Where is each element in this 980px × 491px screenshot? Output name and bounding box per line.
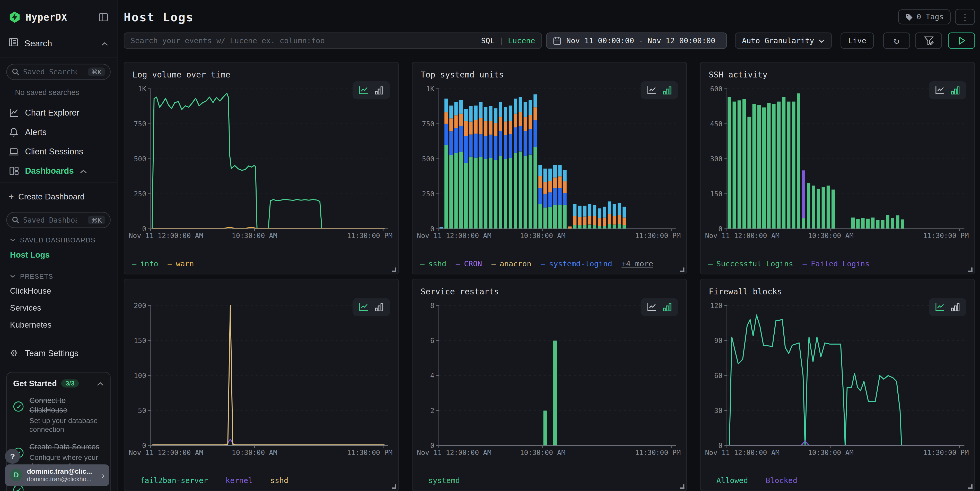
date-range-picker[interactable]: Nov 11 00:00:00 - Nov 12 00:00:00 bbox=[546, 32, 727, 49]
sidebar-item-client-sessions[interactable]: Client Sessions bbox=[0, 142, 117, 161]
plot-area[interactable]: 6004503001500Nov 11 12:00:00 AM10:30:00 … bbox=[705, 85, 969, 241]
create-dashboard-button[interactable]: + Create Dashboard bbox=[0, 187, 117, 206]
legend-item[interactable]: —Blocked bbox=[757, 476, 797, 485]
sidebar-item-alerts[interactable]: Alerts bbox=[0, 122, 117, 142]
lucene-toggle[interactable]: Lucene bbox=[508, 36, 535, 45]
svg-text:10:30:00 AM: 10:30:00 AM bbox=[232, 448, 277, 456]
saved-dashboards-group-header[interactable]: SAVED DASHBOARDS bbox=[0, 230, 117, 246]
sql-toggle[interactable]: SQL bbox=[481, 36, 495, 45]
svg-text:Nov 11 12:00:00 AM: Nov 11 12:00:00 AM bbox=[705, 448, 779, 456]
svg-text:1K: 1K bbox=[426, 85, 434, 93]
line-chart-toggle[interactable] bbox=[647, 86, 657, 95]
resize-handle[interactable] bbox=[680, 267, 684, 272]
legend-item[interactable]: —info bbox=[132, 259, 158, 268]
tags-button[interactable]: 0 Tags bbox=[898, 9, 951, 24]
plot-area[interactable]: 1209060300Nov 11 12:00:00 AM10:30:00 AM1… bbox=[705, 302, 969, 458]
legend-item[interactable]: —sshd bbox=[420, 259, 446, 268]
bar-chart-toggle[interactable] bbox=[662, 86, 672, 95]
chevron-up-icon[interactable] bbox=[97, 379, 104, 388]
resize-handle[interactable] bbox=[392, 484, 396, 489]
legend-item[interactable]: —systemd-logind bbox=[541, 259, 612, 268]
chart-line-icon bbox=[9, 108, 19, 118]
sidebar-item-host-logs[interactable]: Host Logs bbox=[0, 246, 117, 263]
sidebar-item-team-settings[interactable]: ⚙ Team Settings bbox=[0, 343, 117, 363]
filter-button[interactable] bbox=[915, 32, 942, 49]
svg-text:1K: 1K bbox=[138, 85, 146, 93]
svg-text:100: 100 bbox=[134, 372, 146, 380]
chevron-down-icon bbox=[10, 238, 16, 242]
sidebar-item-search[interactable]: Search bbox=[0, 29, 117, 57]
saved-dashboards-field[interactable] bbox=[23, 216, 77, 224]
svg-text:250: 250 bbox=[422, 190, 434, 198]
line-chart-toggle[interactable] bbox=[359, 302, 369, 311]
legend-item[interactable]: —warn bbox=[167, 259, 194, 268]
plot-area[interactable]: 1K7505002500Nov 11 12:00:00 AM10:30:00 A… bbox=[128, 85, 393, 241]
line-chart-toggle[interactable] bbox=[359, 86, 369, 95]
legend-item[interactable]: —sshd bbox=[262, 476, 288, 485]
bar-chart-toggle[interactable] bbox=[662, 302, 672, 311]
collapse-sidebar-icon[interactable] bbox=[99, 13, 108, 22]
saved-searches-field[interactable] bbox=[23, 67, 77, 76]
sidebar-item-dashboards[interactable]: Dashboards bbox=[0, 161, 117, 183]
event-search-box[interactable]: SQL | Lucene bbox=[124, 32, 542, 49]
check-circle-icon bbox=[13, 401, 24, 434]
sidebar-item-chart-explorer[interactable]: Chart Explorer bbox=[0, 103, 117, 122]
run-query-button[interactable] bbox=[948, 32, 975, 49]
resize-handle[interactable] bbox=[392, 267, 396, 272]
legend-label: sshd bbox=[428, 259, 446, 268]
legend-item[interactable]: —Successful Logins bbox=[708, 259, 793, 268]
bar-chart-toggle[interactable] bbox=[951, 302, 960, 311]
legend-item[interactable]: —CRON bbox=[456, 259, 482, 268]
legend-label: sshd bbox=[270, 476, 288, 485]
legend-more-link[interactable]: +4 more bbox=[622, 259, 653, 268]
user-name: dominic.tran@clic... bbox=[27, 467, 92, 475]
saved-searches-input[interactable]: ⌘K bbox=[6, 64, 111, 80]
svg-text:600: 600 bbox=[710, 85, 722, 93]
legend-item[interactable]: —Allowed bbox=[708, 476, 748, 485]
chart-panel: SSH activity 6004503001500Nov 11 12:00:0… bbox=[700, 62, 975, 274]
legend-swatch: — bbox=[802, 259, 807, 268]
resize-handle[interactable] bbox=[968, 267, 972, 272]
granularity-value: Auto Granularity bbox=[742, 36, 814, 45]
svg-text:150: 150 bbox=[134, 337, 146, 345]
search-input[interactable] bbox=[131, 36, 481, 45]
more-options-button[interactable]: ⋮ bbox=[955, 9, 975, 25]
resize-handle[interactable] bbox=[680, 484, 684, 489]
plot-area[interactable]: 1K7505002500Nov 11 12:00:00 AM10:30:00 A… bbox=[416, 85, 681, 241]
svg-text:500: 500 bbox=[134, 155, 146, 163]
live-button[interactable]: Live bbox=[841, 32, 874, 49]
line-chart-toggle[interactable] bbox=[647, 302, 657, 311]
user-menu[interactable]: D dominic.tran@clic... dominic.tran@clic… bbox=[5, 464, 110, 486]
legend-item[interactable]: —anacron bbox=[492, 259, 531, 268]
legend-label: Blocked bbox=[766, 476, 797, 485]
presets-group-header[interactable]: PRESETS bbox=[0, 267, 117, 283]
legend-item[interactable]: —kernel bbox=[217, 476, 253, 485]
plot-area[interactable]: 86420Nov 11 12:00:00 AM10:30:00 AM11:30:… bbox=[416, 302, 681, 458]
legend-item[interactable]: —systemd bbox=[420, 476, 460, 485]
get-started-item-desc: Set up your database connection bbox=[29, 416, 99, 434]
resize-handle[interactable] bbox=[968, 484, 972, 489]
sidebar: HyperDX Search ⌘K No saved searches Cha bbox=[0, 0, 118, 491]
sidebar-item-clickhouse[interactable]: ClickHouse bbox=[0, 283, 117, 300]
saved-dashboards-input[interactable]: ⌘K bbox=[6, 212, 111, 228]
legend-label: fail2ban-server bbox=[140, 476, 208, 485]
sidebar-item-services[interactable]: Services bbox=[0, 299, 117, 316]
line-chart-toggle[interactable] bbox=[935, 302, 945, 311]
svg-text:8: 8 bbox=[430, 302, 434, 310]
plot-area[interactable]: 200150100500Nov 11 12:00:00 AM10:30:00 A… bbox=[128, 302, 393, 458]
help-button[interactable]: ? bbox=[5, 449, 20, 464]
bar-chart-toggle[interactable] bbox=[374, 302, 384, 311]
chart-panel: Service restarts 86420Nov 11 12:00:00 AM… bbox=[412, 279, 687, 491]
bar-chart-toggle[interactable] bbox=[374, 86, 384, 95]
refresh-button[interactable]: ↻ bbox=[883, 32, 910, 49]
get-started-item[interactable]: Connect to ClickHouse Set up your databa… bbox=[13, 396, 104, 434]
line-chart-toggle[interactable] bbox=[935, 86, 945, 95]
bar-chart-toggle[interactable] bbox=[951, 86, 960, 95]
chart-panel: 200150100500Nov 11 12:00:00 AM10:30:00 A… bbox=[124, 279, 399, 491]
legend-item[interactable]: —fail2ban-server bbox=[132, 476, 208, 485]
sidebar-item-kubernetes[interactable]: Kubernetes bbox=[0, 316, 117, 333]
hyperdx-logo-icon bbox=[9, 11, 21, 23]
granularity-select[interactable]: Auto Granularity bbox=[735, 32, 832, 49]
legend-item[interactable]: —Failed Logins bbox=[802, 259, 869, 268]
chart-panel: Firewall blocks 1209060300Nov 11 12:00:0… bbox=[700, 279, 975, 491]
